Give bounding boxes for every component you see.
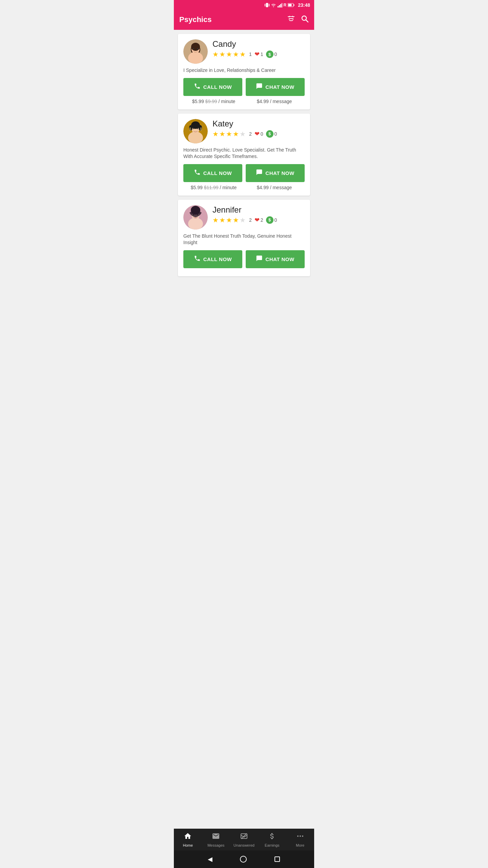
heart-count-jennifer: 2 [261, 217, 263, 223]
system-nav-bar: ◀ [174, 850, 314, 868]
rating-row-katey: ★ ★ ★ ★ ★ 2 ❤ 0 $ 0 [212, 130, 305, 138]
dollar-count-katey: 0 [274, 131, 277, 137]
heart-icon-candy: ❤ [255, 51, 260, 58]
psychic-name-candy: Candy [212, 39, 305, 49]
heart-badge-candy: ❤ 1 [255, 51, 263, 58]
pricing-row-candy: $5.99 $9.99 / minute $4.99 / message [183, 99, 305, 104]
unanswered-icon [240, 832, 248, 842]
chat-now-label-candy: CHAT NOW [265, 84, 294, 90]
card-info-katey: Katey ★ ★ ★ ★ ★ 2 ❤ 0 $ [212, 119, 305, 138]
svg-line-11 [306, 20, 308, 22]
home-button[interactable] [240, 855, 247, 863]
heart-badge-katey: ❤ 0 [255, 130, 263, 138]
card-info-candy: Candy ★ ★ ★ ★ ★ 1 ❤ 1 $ [212, 39, 305, 58]
svg-point-14 [188, 52, 203, 64]
psychic-card-katey: Katey ★ ★ ★ ★ ★ 2 ❤ 0 $ [178, 114, 310, 196]
chat-now-button-jennifer[interactable]: CHAT NOW [246, 250, 305, 268]
svg-rect-9 [288, 4, 292, 6]
nav-label-earnings: Earnings [265, 843, 279, 847]
heart-count-candy: 1 [261, 52, 263, 57]
psychic-card-jennifer: Jennifer ★ ★ ★ ★ ★ 2 ❤ 2 $ [178, 200, 310, 276]
call-now-button-jennifer[interactable]: CALL NOW [183, 250, 242, 268]
rating-count-katey: 2 [249, 131, 252, 137]
status-bar: R 23:48 [174, 0, 314, 9]
nav-label-messages: Messages [207, 843, 224, 847]
dollar-badge-candy: $ 0 [266, 51, 277, 58]
price-chat-candy: $4.99 / message [244, 99, 305, 104]
heart-count-katey: 0 [261, 131, 263, 137]
messages-icon [212, 832, 220, 842]
avatar-katey [183, 119, 208, 143]
svg-point-38 [300, 835, 301, 837]
psychic-name-katey: Katey [212, 119, 305, 129]
stars-katey: ★ ★ ★ ★ ★ [212, 130, 246, 138]
chat-icon-candy [256, 83, 263, 91]
card-info-jennifer: Jennifer ★ ★ ★ ★ ★ 2 ❤ 2 $ [212, 205, 305, 224]
svg-rect-1 [265, 4, 265, 6]
svg-rect-0 [266, 3, 268, 7]
card-header-candy: Candy ★ ★ ★ ★ ★ 1 ❤ 1 $ [183, 39, 305, 64]
svg-rect-4 [279, 5, 280, 7]
app-bar: Psychics [174, 9, 314, 30]
dollar-count-jennifer: 0 [274, 217, 277, 223]
card-header-jennifer: Jennifer ★ ★ ★ ★ ★ 2 ❤ 2 $ [183, 205, 305, 230]
filter-icon[interactable] [287, 15, 295, 25]
svg-rect-5 [280, 4, 281, 7]
heart-badge-jennifer: ❤ 2 [255, 216, 263, 224]
action-buttons-jennifer: CALL NOW CHAT NOW [183, 250, 305, 268]
dollar-circle-candy: $ [266, 51, 273, 58]
nav-item-messages[interactable]: Messages [202, 829, 230, 850]
price-call-candy: $5.99 $9.99 / minute [183, 99, 244, 104]
action-buttons-katey: CALL NOW CHAT NOW [183, 164, 305, 182]
svg-rect-41 [275, 857, 280, 862]
pricing-row-katey: $5.99 $11.99 / minute $4.99 / message [183, 185, 305, 190]
svg-point-20 [188, 132, 203, 143]
nav-item-earnings[interactable]: Earnings [258, 829, 286, 850]
dollar-badge-jennifer: $ 0 [266, 216, 277, 224]
psychic-desc-katey: Honest Direct Psychic. Love Specialist. … [183, 147, 305, 160]
call-now-button-candy[interactable]: CALL NOW [183, 78, 242, 96]
stars-candy: ★ ★ ★ ★ ★ [212, 50, 246, 58]
earnings-icon [268, 832, 276, 842]
wifi-icon [271, 3, 276, 7]
action-buttons-candy: CALL NOW CHAT NOW [183, 78, 305, 96]
dollar-badge-katey: $ 0 [266, 130, 277, 138]
heart-icon-katey: ❤ [255, 130, 260, 138]
phone-icon-jennifer [194, 255, 201, 263]
svg-point-26 [197, 128, 198, 129]
rating-count-jennifer: 2 [249, 217, 252, 223]
psychic-name-jennifer: Jennifer [212, 205, 305, 215]
psychic-desc-candy: I Specialize in Love, Relationships & Ca… [183, 67, 305, 74]
stars-jennifer: ★ ★ ★ ★ ★ [212, 216, 246, 224]
chat-now-button-candy[interactable]: CHAT NOW [246, 78, 305, 96]
dollar-circle-katey: $ [266, 130, 273, 138]
svg-rect-6 [282, 3, 282, 7]
nav-item-unanswered[interactable]: Unanswered [230, 829, 258, 850]
svg-point-25 [193, 128, 194, 129]
nav-item-more[interactable]: More [286, 829, 314, 850]
nav-item-home[interactable]: Home [174, 829, 202, 850]
chat-now-label-katey: CHAT NOW [265, 170, 294, 176]
nav-label-home: Home [183, 843, 193, 847]
rating-count-candy: 1 [249, 52, 252, 57]
dollar-circle-jennifer: $ [266, 216, 273, 224]
heart-icon-jennifer: ❤ [255, 216, 260, 224]
nav-label-unanswered: Unanswered [233, 843, 255, 847]
app-bar-actions [287, 15, 309, 25]
more-icon [296, 832, 304, 842]
roaming-indicator: R [284, 3, 287, 7]
search-icon[interactable] [301, 15, 309, 25]
dollar-count-candy: 0 [274, 52, 277, 57]
svg-point-30 [188, 218, 203, 230]
recents-button[interactable] [274, 856, 280, 862]
avatar-candy [183, 39, 208, 64]
chat-now-button-katey[interactable]: CHAT NOW [246, 164, 305, 182]
call-now-button-katey[interactable]: CALL NOW [183, 164, 242, 182]
svg-point-16 [191, 43, 200, 51]
chat-icon-katey [256, 169, 263, 177]
back-button[interactable]: ◀ [208, 855, 212, 863]
svg-point-37 [297, 835, 299, 837]
phone-icon-katey [194, 169, 201, 177]
avatar-jennifer [183, 205, 208, 230]
psychic-desc-jennifer: Get The Blunt Honest Truth Today, Genuin… [183, 233, 305, 246]
